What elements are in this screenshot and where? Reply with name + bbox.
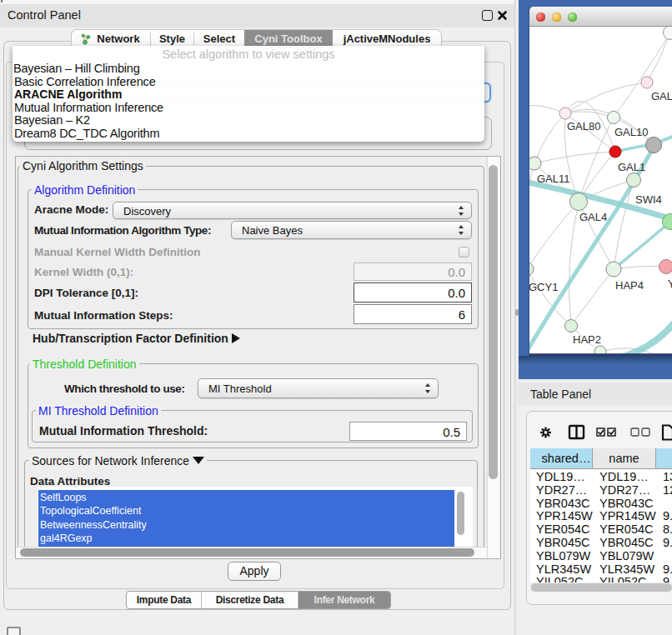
- svg-text:HAP4: HAP4: [615, 279, 644, 292]
- svg-text:GCY1: GCY1: [529, 281, 558, 293]
- svg-text:GAL11: GAL11: [537, 172, 570, 185]
- svg-text:SWI4: SWI4: [635, 193, 662, 206]
- svg-text:GAL4: GAL4: [579, 211, 607, 223]
- svg-text:HAP2: HAP2: [573, 333, 601, 346]
- svg-text:GAL1: GAL1: [618, 161, 645, 173]
- svg-text:YM: YM: [668, 278, 672, 290]
- svg-text:GAL10: GAL10: [614, 126, 648, 138]
- svg-text:GAL7: GAL7: [651, 90, 672, 102]
- svg-text:GAL80: GAL80: [567, 120, 600, 132]
